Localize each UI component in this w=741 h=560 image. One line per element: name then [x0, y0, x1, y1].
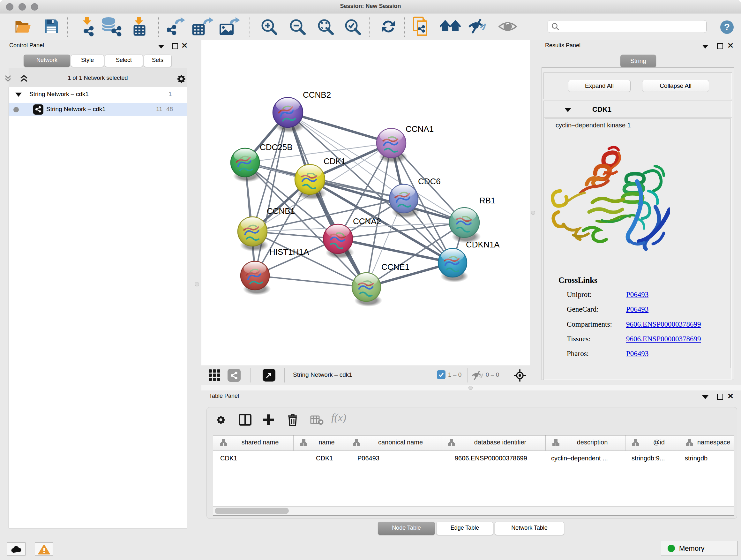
svg-text:CDC6: CDC6 — [418, 177, 441, 186]
svg-text:CDC25B: CDC25B — [260, 142, 293, 152]
svg-text:CDK1: CDK1 — [324, 157, 346, 166]
svg-text:CCNE1: CCNE1 — [381, 262, 409, 272]
svg-text:CCNA1: CCNA1 — [406, 124, 434, 134]
svg-text:CCNB2: CCNB2 — [303, 90, 331, 100]
svg-text:CCNB1: CCNB1 — [267, 206, 295, 216]
svg-text:HIST1H1A: HIST1H1A — [269, 247, 309, 257]
svg-text:RB1: RB1 — [479, 196, 495, 205]
svg-text:CDKN1A: CDKN1A — [466, 240, 500, 249]
svg-text:CCNA2: CCNA2 — [353, 216, 381, 226]
